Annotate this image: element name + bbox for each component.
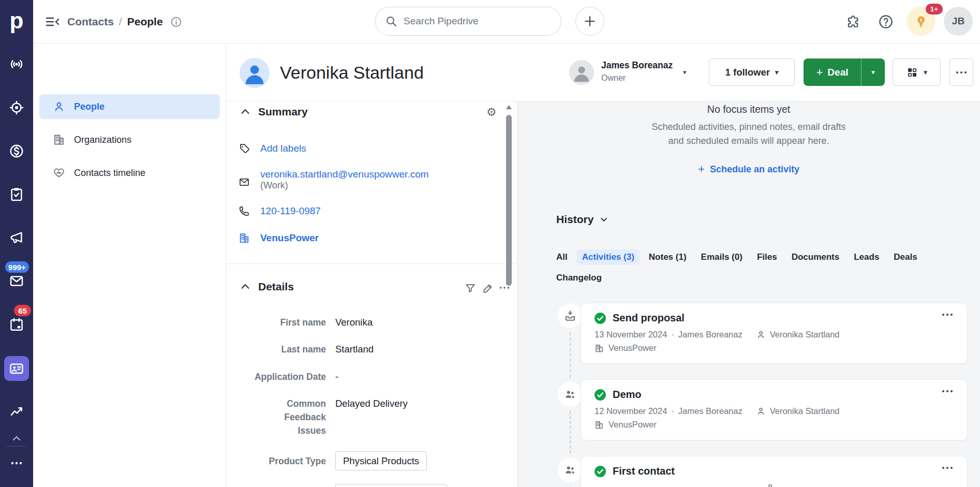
history-filter-tabs: All Activities (3) Notes (1) Emails (0) … xyxy=(551,249,960,286)
layout-toggle-button[interactable]: ▾ xyxy=(893,58,941,86)
leads-broadcast-icon[interactable] xyxy=(9,56,24,72)
search-input[interactable] xyxy=(404,16,552,27)
marketplace-puzzle-icon[interactable] xyxy=(845,14,860,29)
summary-section-header: Summary xyxy=(240,106,308,118)
search-bar xyxy=(375,7,561,36)
schedule-activity-label: Schedule an activity xyxy=(710,164,799,175)
done-check-icon xyxy=(595,466,606,477)
tab-deals[interactable]: Deals xyxy=(888,249,922,265)
forecast-dollar-icon[interactable] xyxy=(9,143,24,159)
owner-dropdown-caret[interactable]: ▾ xyxy=(683,68,687,76)
campaigns-megaphone-icon[interactable] xyxy=(9,230,24,245)
activity-owner[interactable]: James Boreanaz xyxy=(678,406,743,416)
sidebar-item-organizations[interactable]: Organizations xyxy=(39,127,220,152)
tag-icon xyxy=(239,143,250,154)
focus-empty-text-line2: and scheduled emails will appear here. xyxy=(517,136,980,146)
email-link[interactable]: veronika.startland@venuspowwer.com xyxy=(260,169,429,180)
sidebar-item-people[interactable]: People xyxy=(39,94,220,119)
person-icon xyxy=(765,483,775,487)
card-more-icon[interactable] xyxy=(941,389,955,400)
quick-add-button[interactable] xyxy=(575,7,604,36)
user-avatar[interactable]: JB xyxy=(944,7,973,36)
tab-activities[interactable]: Activities (3) xyxy=(577,249,640,265)
sidebar-item-contacts-timeline[interactable]: Contacts timeline xyxy=(39,160,220,185)
scrollbar-thumb[interactable] xyxy=(506,115,512,286)
history-section-header[interactable]: History xyxy=(556,213,609,226)
nav-rail: p xyxy=(0,0,33,487)
activity-organization[interactable]: VenusPower xyxy=(608,343,657,353)
activity-card-demo[interactable]: Demo 12 November 2024 · James Boreanaz V… xyxy=(581,379,968,440)
scrollbar-up-arrow[interactable] xyxy=(506,105,512,110)
tab-emails[interactable]: Emails (0) xyxy=(696,249,748,265)
person-avatar[interactable] xyxy=(240,58,270,88)
field-label: First name xyxy=(226,316,326,329)
pipedrive-logo[interactable]: p xyxy=(0,4,33,37)
field-value[interactable]: Startland xyxy=(335,343,374,356)
detail-row-common-feedback-issues: Common Feedback Issues Delayed Delivery xyxy=(226,397,506,438)
add-deal-split-button[interactable]: + Deal ▾ xyxy=(804,58,885,86)
info-icon[interactable] xyxy=(170,16,182,28)
labels-row: Add labels xyxy=(239,143,306,154)
add-deal-button[interactable]: + Deal xyxy=(804,58,861,86)
phone-link[interactable]: 120-119-0987 xyxy=(260,205,321,217)
activity-person[interactable]: Veronika Startland xyxy=(770,406,840,416)
summary-title: Summary xyxy=(258,106,308,118)
field-value-chip[interactable]: Small Business Owner xyxy=(335,484,447,487)
summary-settings-gear-icon[interactable]: ⚙ xyxy=(486,106,498,117)
history-title: History xyxy=(556,213,593,226)
collapse-chevron-icon[interactable] xyxy=(240,106,251,117)
rail-scroll-up-chevron[interactable] xyxy=(11,435,22,442)
contacts-nav-item-active[interactable] xyxy=(4,356,29,381)
activity-organization[interactable]: VenusPower xyxy=(608,420,657,430)
plus-icon: + xyxy=(698,163,705,176)
activity-card-first-contact[interactable]: First contact xyxy=(581,456,968,487)
details-title: Details xyxy=(258,281,294,293)
contacts-sidebar: People Organizations Contacts timeline xyxy=(33,43,226,487)
details-more-icon[interactable] xyxy=(499,286,510,297)
search-icon xyxy=(385,15,397,27)
edit-pencil-icon[interactable] xyxy=(482,283,494,294)
mail-count-badge: 999+ xyxy=(5,261,29,273)
tab-changelog[interactable]: Changelog xyxy=(551,270,607,286)
mail-icon[interactable] xyxy=(9,273,24,289)
owner-name[interactable]: James Boreanaz xyxy=(601,60,673,71)
deal-dropdown-arrow[interactable]: ▾ xyxy=(861,58,885,86)
activities-clipboard-icon[interactable] xyxy=(9,186,24,202)
tab-all[interactable]: All xyxy=(551,249,573,265)
tab-files[interactable]: Files xyxy=(752,249,782,265)
tab-notes[interactable]: Notes (1) xyxy=(644,249,692,265)
phone-row: 120-119-0987 xyxy=(239,205,321,217)
collapse-chevron-icon[interactable] xyxy=(240,281,251,292)
activity-person[interactable]: Veronika Startland xyxy=(770,330,840,340)
collapse-sidebar-icon[interactable] xyxy=(44,14,61,29)
breadcrumb-contacts[interactable]: Contacts xyxy=(67,16,114,28)
add-labels-link[interactable]: Add labels xyxy=(260,143,306,154)
card-more-icon[interactable] xyxy=(941,313,955,323)
breadcrumb-people: People xyxy=(127,16,163,28)
focus-empty-title: No focus items yet xyxy=(517,104,980,115)
insights-chart-icon[interactable] xyxy=(9,404,24,419)
owner-avatar[interactable] xyxy=(569,60,594,85)
chevron-down-icon xyxy=(599,214,609,225)
organization-link[interactable]: VenusPower xyxy=(260,232,319,244)
schedule-activity-link[interactable]: + Schedule an activity xyxy=(517,163,980,176)
filter-icon[interactable] xyxy=(465,283,476,294)
more-options-button[interactable] xyxy=(949,58,973,86)
detail-row-product-type: Product Type Physical Products xyxy=(226,451,506,471)
activity-owner[interactable]: James Boreanaz xyxy=(678,330,743,340)
field-value[interactable]: Delayed Delivery xyxy=(335,397,408,410)
rail-more-icon[interactable] xyxy=(9,459,24,468)
followers-button[interactable]: 1 follower ▾ xyxy=(709,58,795,86)
card-more-icon[interactable] xyxy=(941,466,955,476)
field-value[interactable]: - xyxy=(335,370,338,383)
help-icon[interactable] xyxy=(878,14,894,29)
details-section-header: Details xyxy=(240,281,294,293)
field-value-chip[interactable]: Physical Products xyxy=(335,451,427,471)
calendar-icon[interactable] xyxy=(9,317,24,332)
deals-target-icon[interactable] xyxy=(9,100,24,115)
tab-documents[interactable]: Documents xyxy=(786,249,845,265)
field-value[interactable]: Veronika xyxy=(335,316,373,329)
tab-leads[interactable]: Leads xyxy=(849,249,884,265)
activity-card-send-proposal[interactable]: Send proposal 13 November 2024 · James B… xyxy=(581,303,968,364)
email-row: veronika.startland@venuspowwer.com (Work… xyxy=(239,175,429,191)
